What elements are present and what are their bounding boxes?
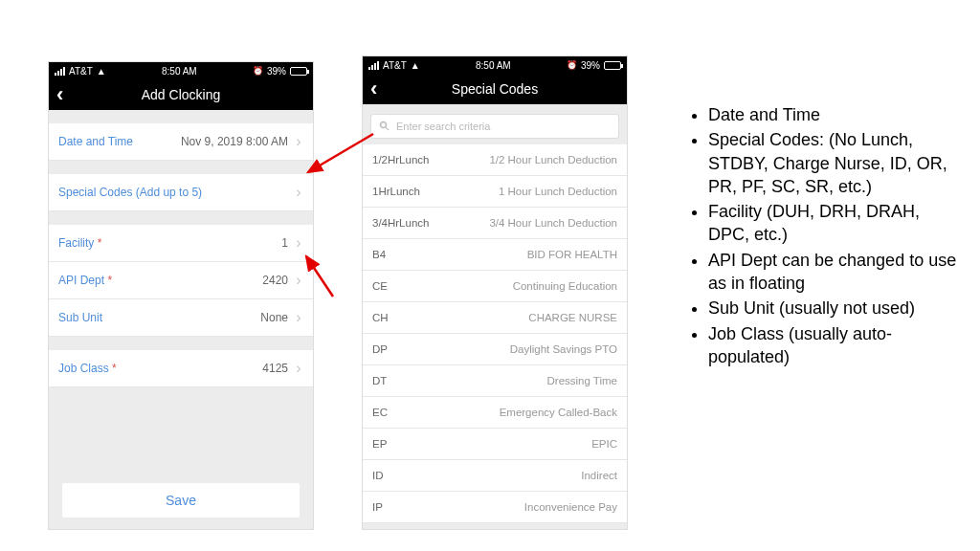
status-bar: AT&T ▲ 8:50 AM ⏰ 39% bbox=[363, 56, 627, 74]
code-desc: Emergency Called-Back bbox=[500, 407, 617, 418]
code-abbrev: CE bbox=[372, 280, 388, 292]
code-abbrev: IP bbox=[372, 501, 383, 513]
code-row[interactable]: DPDaylight Savings PTO bbox=[363, 334, 627, 365]
label-jobclass: Job Class * bbox=[58, 362, 117, 375]
page-title: Special Codes bbox=[452, 81, 538, 97]
code-desc: Continuing Education bbox=[513, 280, 617, 292]
chevron-right-icon: › bbox=[294, 309, 303, 326]
signal-icon bbox=[368, 61, 379, 70]
code-row[interactable]: EPEPIC bbox=[363, 429, 627, 460]
chevron-right-icon: › bbox=[294, 234, 303, 252]
code-abbrev: 1HrLunch bbox=[372, 186, 420, 197]
search-wrap: Enter search criteria bbox=[363, 104, 627, 144]
alarm-icon: ⏰ bbox=[567, 60, 577, 70]
value-subunit: None bbox=[102, 311, 288, 324]
row-datetime[interactable]: Date and Time Nov 9, 2019 8:00 AM › bbox=[49, 123, 313, 161]
note-item: Job Class (usually auto-populated) bbox=[708, 322, 957, 369]
carrier: AT&T bbox=[69, 66, 93, 77]
row-api-dept[interactable]: API Dept * 2420 › bbox=[49, 262, 313, 299]
note-item: Sub Unit (usually not used) bbox=[708, 297, 957, 320]
row-facility[interactable]: Facility * 1 › bbox=[49, 225, 313, 262]
search-icon bbox=[379, 121, 390, 132]
search-input[interactable]: Enter search criteria bbox=[370, 114, 619, 139]
label-apidept: API Dept * bbox=[58, 274, 112, 287]
value-jobclass: 4125 bbox=[117, 362, 288, 375]
chevron-right-icon: › bbox=[294, 133, 303, 150]
battery-icon bbox=[290, 67, 307, 76]
code-desc: Indirect bbox=[581, 470, 617, 481]
row-subunit[interactable]: Sub Unit None › bbox=[49, 299, 313, 337]
code-desc: 1 Hour Lunch Deduction bbox=[499, 186, 617, 197]
chevron-right-icon: › bbox=[294, 360, 303, 377]
code-row[interactable]: B4BID FOR HEALTH bbox=[363, 239, 627, 271]
code-row[interactable]: ECEmergency Called-Back bbox=[363, 397, 627, 429]
save-button[interactable]: Save bbox=[62, 483, 300, 518]
chevron-right-icon: › bbox=[294, 184, 303, 201]
value-apidept: 2420 bbox=[112, 274, 288, 287]
code-row[interactable]: CHCHARGE NURSE bbox=[363, 302, 627, 334]
code-desc: 3/4 Hour Lunch Deduction bbox=[489, 217, 617, 229]
code-row[interactable]: 3/4HrLunch3/4 Hour Lunch Deduction bbox=[363, 208, 627, 239]
chevron-right-icon: › bbox=[294, 272, 303, 289]
alarm-icon: ⏰ bbox=[253, 66, 263, 76]
status-time: 8:50 AM bbox=[476, 60, 511, 71]
note-item: Facility (DUH, DRH, DRAH, DPC, etc.) bbox=[708, 200, 957, 247]
code-desc: Daylight Savings PTO bbox=[510, 343, 617, 355]
code-row[interactable]: DTDressing Time bbox=[363, 365, 627, 397]
value-datetime: Nov 9, 2019 8:00 AM bbox=[133, 135, 288, 148]
phone-add-clocking: AT&T ▲ 8:50 AM ⏰ 39% ‹ Add Clocking Date… bbox=[48, 61, 314, 530]
note-item: Date and Time bbox=[708, 103, 957, 126]
code-row[interactable]: 1HrLunch1 Hour Lunch Deduction bbox=[363, 176, 627, 208]
code-abbrev: 1/2HrLunch bbox=[372, 154, 429, 165]
status-time: 8:50 AM bbox=[162, 66, 197, 77]
label-datetime: Date and Time bbox=[58, 135, 133, 148]
carrier: AT&T bbox=[383, 60, 407, 71]
battery-pct: 39% bbox=[581, 60, 600, 71]
search-placeholder: Enter search criteria bbox=[396, 121, 490, 132]
signal-icon bbox=[55, 67, 65, 76]
battery-icon bbox=[604, 61, 621, 70]
code-abbrev: DP bbox=[372, 343, 388, 355]
wifi-icon: ▲ bbox=[411, 60, 420, 71]
code-desc: EPIC bbox=[591, 438, 617, 450]
code-abbrev: CH bbox=[372, 312, 389, 323]
code-desc: Inconvenience Pay bbox=[524, 501, 617, 513]
code-desc: CHARGE NURSE bbox=[528, 312, 617, 323]
notes: Date and TimeSpecial Codes: (No Lunch, S… bbox=[689, 103, 957, 370]
code-row[interactable]: IPInconvenience Pay bbox=[363, 492, 627, 523]
code-desc: Dressing Time bbox=[547, 375, 618, 386]
label-special: Special Codes (Add up to 5) bbox=[58, 186, 202, 199]
code-abbrev: B4 bbox=[372, 249, 386, 260]
codes-list: 1/2HrLunch1/2 Hour Lunch Deduction1HrLun… bbox=[363, 144, 627, 523]
note-item: API Dept can be changed to use as in flo… bbox=[708, 249, 957, 296]
status-bar: AT&T ▲ 8:50 AM ⏰ 39% bbox=[49, 62, 313, 79]
code-desc: BID FOR HEALTH bbox=[527, 249, 617, 260]
value-facility: 1 bbox=[101, 236, 288, 250]
note-item: Special Codes: (No Lunch, STDBY, Charge … bbox=[708, 128, 957, 198]
code-abbrev: 3/4HrLunch bbox=[372, 217, 429, 229]
row-jobclass[interactable]: Job Class * 4125 › bbox=[49, 350, 313, 387]
back-icon[interactable]: ‹ bbox=[370, 78, 377, 99]
label-subunit: Sub Unit bbox=[58, 311, 102, 324]
page-title: Add Clocking bbox=[142, 87, 221, 102]
code-row[interactable]: IDIndirect bbox=[363, 460, 627, 492]
code-abbrev: ID bbox=[372, 470, 384, 481]
back-icon[interactable]: ‹ bbox=[56, 84, 63, 105]
phone-special-codes: AT&T ▲ 8:50 AM ⏰ 39% ‹ Special Codes Ent… bbox=[362, 55, 628, 530]
navbar: ‹ Add Clocking bbox=[49, 79, 313, 110]
label-facility: Facility * bbox=[58, 236, 101, 250]
row-special-codes[interactable]: Special Codes (Add up to 5) › bbox=[49, 174, 313, 211]
code-abbrev: EP bbox=[372, 438, 387, 450]
code-abbrev: EC bbox=[372, 407, 388, 418]
code-desc: 1/2 Hour Lunch Deduction bbox=[489, 154, 617, 165]
battery-pct: 39% bbox=[267, 66, 286, 77]
code-abbrev: DT bbox=[372, 375, 387, 386]
wifi-icon: ▲ bbox=[97, 66, 106, 77]
code-row[interactable]: 1/2HrLunch1/2 Hour Lunch Deduction bbox=[363, 144, 627, 176]
code-row[interactable]: CEContinuing Education bbox=[363, 271, 627, 302]
navbar: ‹ Special Codes bbox=[363, 74, 627, 104]
